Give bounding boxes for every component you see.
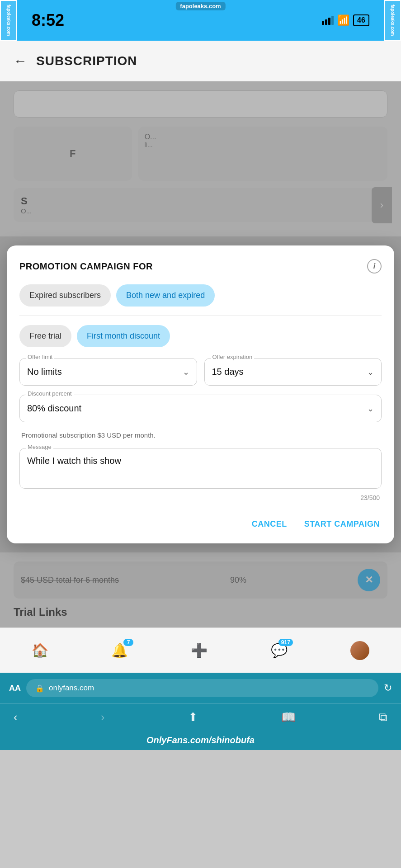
offer-expiration-label: Offer expiration	[211, 354, 255, 360]
watermark-right: fapoleaks.com	[384, 0, 401, 41]
add-icon: ➕	[191, 642, 208, 658]
status-bar: fapoleaks.com 8:52 fapoleaks.com 📶 46 fa…	[0, 0, 401, 41]
browser-tabs-button[interactable]: ⧉	[379, 710, 387, 724]
bg-blue-button: ✕	[358, 569, 380, 591]
browser-back-button[interactable]: ‹	[14, 710, 18, 724]
url-text: onlyfans.com	[49, 684, 94, 693]
discount-percent-field: Discount percent 80% discount ⌄	[19, 395, 382, 422]
discount-percent-label: Discount percent	[26, 390, 74, 397]
offer-limit-field: Offer limit No limits ⌄	[19, 358, 197, 386]
char-count: 23/500	[19, 494, 382, 501]
offer-limit-select[interactable]: No limits ⌄	[19, 358, 197, 386]
offer-limit-value: No limits	[27, 367, 62, 377]
chevron-right-icon: ›	[372, 187, 392, 223]
url-bar[interactable]: 🔒 onlyfans.com	[26, 679, 378, 697]
both-new-expired-button[interactable]: Both new and expired	[116, 284, 215, 307]
nav-notifications[interactable]: 🔔 7	[102, 639, 137, 662]
messages-badge: 917	[278, 639, 293, 646]
bg-section-s: S	[21, 195, 32, 207]
bottom-nav: 🏠 🔔 7 ➕ 💬 917	[0, 627, 401, 673]
message-field: Message	[19, 448, 382, 491]
bg-section-o: O...	[21, 207, 32, 215]
wifi-icon: 📶	[337, 14, 349, 26]
offer-expiration-value: 15 days	[212, 367, 244, 377]
home-icon: 🏠	[32, 642, 48, 658]
first-month-discount-button[interactable]: First month discount	[77, 325, 170, 347]
promo-note: Promotional subscription $3 USD per mont…	[19, 431, 382, 439]
browser-share-button[interactable]: ⬆	[188, 710, 198, 724]
modal-backdrop: PROMOTION CAMPAIGN FOR i Expired subscri…	[0, 245, 401, 543]
promotion-modal: PROMOTION CAMPAIGN FOR i Expired subscri…	[7, 245, 394, 543]
discount-chevron: ⌄	[367, 404, 374, 414]
bg-section-f: F	[70, 148, 75, 160]
signal-bar-3	[328, 18, 330, 25]
lock-icon: 🔒	[35, 684, 44, 693]
nav-add[interactable]: ➕	[182, 639, 217, 662]
bg-offer-sub: li...	[145, 141, 381, 148]
expired-subscribers-button[interactable]: Expired subscribers	[19, 284, 111, 307]
cancel-button[interactable]: CANCEL	[250, 516, 289, 533]
signal-bar-4	[331, 16, 334, 25]
bg-offer-text: O...	[145, 133, 381, 141]
modal-actions: CANCEL START CAMPAIGN	[19, 512, 382, 533]
page-title: SUBSCRIPTION	[36, 54, 137, 68]
battery-indicator: 46	[353, 14, 369, 26]
bg-page: F O... li... S O... ›	[0, 81, 401, 236]
offer-limit-label: Offer limit	[26, 354, 54, 360]
bg-percent-text: 90%	[230, 576, 246, 585]
audience-toggle-group: Expired subscribers Both new and expired	[19, 284, 382, 307]
offer-limit-chevron: ⌄	[183, 367, 189, 377]
signal-bar-2	[325, 19, 327, 25]
start-campaign-button[interactable]: START CAMPAIGN	[302, 516, 382, 533]
message-label: Message	[26, 443, 53, 450]
modal-divider	[19, 316, 382, 316]
browser-bar: AA 🔒 onlyfans.com ↻	[0, 673, 401, 703]
browser-bookmark-button[interactable]: 📖	[281, 710, 296, 724]
discount-percent-select[interactable]: 80% discount ⌄	[19, 395, 382, 422]
discount-percent-value: 80% discount	[27, 403, 81, 414]
bg-price-text: $45 USD total for 6 months	[21, 576, 119, 585]
notification-badge: 7	[123, 639, 133, 646]
modal-title: PROMOTION CAMPAIGN FOR	[19, 261, 153, 272]
profile-avatar	[350, 641, 369, 660]
offer-expiration-field: Offer expiration 15 days ⌄	[204, 358, 382, 386]
offer-expiration-select[interactable]: 15 days ⌄	[204, 358, 382, 386]
browser-forward-button[interactable]: ›	[101, 710, 105, 724]
type-toggle-group: Free trial First month discount	[19, 325, 382, 347]
trial-links-label: Trial Links	[14, 606, 387, 618]
browser-nav: ‹ › ⬆ 📖 ⧉	[0, 703, 401, 731]
info-button[interactable]: i	[367, 259, 382, 274]
offer-fields-row: Offer limit No limits ⌄ Offer expiration…	[19, 358, 382, 386]
below-modal-content: $45 USD total for 6 months 90% ✕ Trial L…	[0, 552, 401, 627]
offer-expiration-chevron: ⌄	[367, 367, 374, 377]
status-icons: 📶 46	[322, 14, 369, 26]
domain-top-left: fapoleaks.com	[175, 2, 225, 10]
refresh-button[interactable]: ↻	[384, 682, 392, 694]
time-display: 8:52	[32, 11, 64, 30]
font-size-button[interactable]: AA	[9, 684, 21, 693]
bottom-watermark: OnlyFans.com/shinobufa	[0, 731, 401, 750]
nav-home[interactable]: 🏠	[23, 639, 57, 662]
free-trial-button[interactable]: Free trial	[19, 325, 71, 347]
header-bar: ← SUBSCRIPTION	[0, 41, 401, 81]
nav-messages[interactable]: 💬 917	[262, 639, 297, 662]
bg-search-bar	[14, 90, 387, 118]
back-button[interactable]: ←	[14, 53, 27, 69]
signal-bars	[322, 16, 334, 25]
message-textarea[interactable]	[19, 448, 382, 489]
modal-header: PROMOTION CAMPAIGN FOR i	[19, 259, 382, 274]
nav-profile[interactable]	[341, 637, 378, 664]
watermark-left: fapoleaks.com	[0, 0, 17, 41]
signal-bar-1	[322, 21, 324, 25]
content-area: F O... li... S O... › PROMOTION CAMPAIGN…	[0, 81, 401, 627]
